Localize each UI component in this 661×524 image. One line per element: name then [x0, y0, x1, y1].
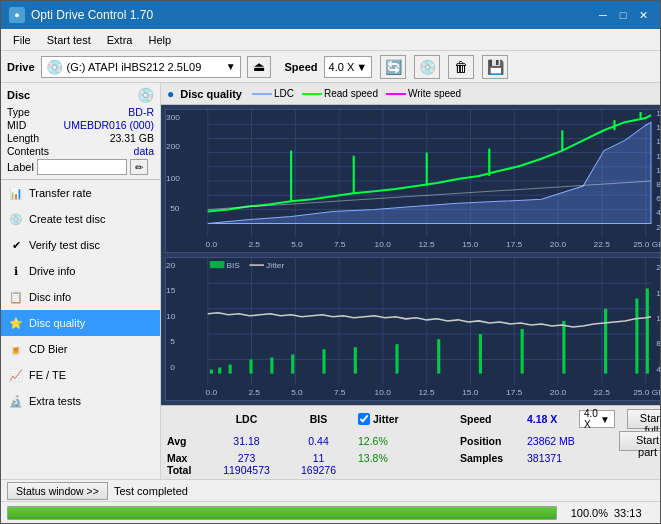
start-full-button[interactable]: Start full [627, 409, 660, 429]
svg-text:25.0 GB: 25.0 GB [633, 240, 660, 249]
disc-panel-title: Disc [7, 89, 30, 101]
label-edit-button[interactable]: ✏ [130, 159, 148, 175]
length-key: Length [7, 132, 39, 144]
nav-extra-tests-label: Extra tests [29, 395, 81, 407]
legend-write-label: Write speed [408, 88, 461, 99]
label-key: Label [7, 161, 34, 173]
cd-bier-icon: 🍺 [9, 342, 23, 356]
window-controls: ─ □ ✕ [594, 7, 652, 23]
length-val: 23.31 GB [110, 132, 154, 144]
disc-panel: Disc 💿 Type BD-R MID UMEBDR016 (000) Len… [1, 83, 160, 180]
svg-text:5.0: 5.0 [291, 240, 303, 249]
svg-rect-72 [249, 359, 252, 373]
nav-cd-bier[interactable]: 🍺 CD Bier [1, 336, 160, 362]
minimize-button[interactable]: ─ [594, 7, 612, 23]
save-button[interactable]: 💾 [482, 55, 508, 79]
menu-help[interactable]: Help [140, 32, 179, 48]
ldc-color [252, 93, 272, 95]
svg-text:25.0 GB: 25.0 GB [633, 388, 660, 397]
svg-text:5: 5 [170, 337, 175, 346]
svg-rect-83 [635, 299, 638, 374]
svg-rect-106 [210, 261, 225, 268]
sidebar: Disc 💿 Type BD-R MID UMEBDR016 (000) Len… [1, 83, 161, 479]
svg-text:12.5: 12.5 [418, 240, 435, 249]
stats-speed-selector[interactable]: 4.0 X ▼ [579, 410, 615, 428]
progress-time: 33:13 [614, 507, 654, 519]
max-bis: 11 [291, 452, 346, 464]
menu-extra[interactable]: Extra [99, 32, 141, 48]
legend-write: Write speed [386, 88, 461, 99]
svg-text:22.5: 22.5 [594, 388, 611, 397]
refresh-button[interactable]: 🔄 [380, 55, 406, 79]
menu-starttest[interactable]: Start test [39, 32, 99, 48]
contents-val: data [134, 145, 154, 157]
nav-disc-quality[interactable]: ⭐ Disc quality [1, 310, 160, 336]
svg-rect-80 [521, 329, 524, 374]
type-key: Type [7, 106, 30, 118]
svg-text:7.5: 7.5 [334, 388, 346, 397]
titlebar: ● Opti Drive Control 1.70 ─ □ ✕ [1, 1, 660, 29]
nav-create-test-disc[interactable]: 💿 Create test disc [1, 206, 160, 232]
fe-te-icon: 📈 [9, 368, 23, 382]
svg-text:10×: 10× [656, 166, 660, 175]
avg-jitter: 12.6% [358, 435, 448, 447]
svg-text:14×: 14× [656, 138, 660, 147]
maximize-button[interactable]: □ [614, 7, 632, 23]
disc-quality-icon: ⭐ [9, 316, 23, 330]
stats-footer: LDC BIS Jitter Speed 4.18 X 4.0 X ▼ Star… [161, 405, 660, 479]
status-text: Test completed [114, 485, 654, 497]
nav-verify-test-disc[interactable]: ✔ Verify test disc [1, 232, 160, 258]
mid-key: MID [7, 119, 26, 131]
chart-title: Disc quality [180, 88, 242, 100]
menu-file[interactable]: File [5, 32, 39, 48]
type-val: BD-R [128, 106, 154, 118]
eject-button[interactable]: ⏏ [247, 56, 271, 78]
bottom-chart-svg: 20 15 10 5 0 20% 16% 12% 8% 4% 0.0 2.5 [166, 258, 660, 400]
disc-button[interactable]: 💿 [414, 55, 440, 79]
label-input[interactable] [37, 159, 127, 175]
top-chart: 18× 16× 14× 12× 10× 8× 6× 4× 2× 300 200 … [165, 109, 660, 253]
drive-selector[interactable]: 💿 (G:) ATAPI iHBS212 2.5L09 ▼ [41, 56, 241, 78]
transfer-rate-icon: 📊 [9, 186, 23, 200]
speed-label: Speed [285, 61, 318, 73]
drive-info-icon: ℹ [9, 264, 23, 278]
jitter-checkbox[interactable] [358, 413, 370, 425]
nav-disc-info-label: Disc info [29, 291, 71, 303]
bottom-chart: 20 15 10 5 0 20% 16% 12% 8% 4% 0.0 2.5 [165, 257, 660, 401]
svg-rect-77 [395, 344, 398, 373]
legend-read: Read speed [302, 88, 378, 99]
speed-selector[interactable]: 4.0 X ▼ [324, 56, 373, 78]
erase-button[interactable]: 🗑 [448, 55, 474, 79]
svg-rect-70 [218, 368, 221, 374]
svg-text:20%: 20% [656, 263, 660, 272]
charts-container: 18× 16× 14× 12× 10× 8× 6× 4× 2× 300 200 … [161, 105, 660, 405]
nav-extra-tests[interactable]: 🔬 Extra tests [1, 388, 160, 414]
svg-rect-76 [354, 347, 357, 373]
total-ldc: 11904573 [214, 464, 279, 476]
nav-fe-te[interactable]: 📈 FE / TE [1, 362, 160, 388]
speed-dropdown-arrow[interactable]: ▼ [356, 61, 367, 73]
status-window-button[interactable]: Status window >> [7, 482, 108, 500]
statusbar: Status window >> Test completed [1, 479, 660, 501]
nav-transfer-rate[interactable]: 📊 Transfer rate [1, 180, 160, 206]
speed-col-header: Speed [460, 413, 515, 425]
svg-text:16%: 16% [656, 289, 660, 298]
nav-drive-info[interactable]: ℹ Drive info [1, 258, 160, 284]
drive-dropdown-arrow[interactable]: ▼ [226, 61, 236, 72]
drive-label: Drive [7, 61, 35, 73]
svg-text:100: 100 [166, 174, 180, 183]
nav-fe-te-label: FE / TE [29, 369, 66, 381]
svg-text:20: 20 [166, 261, 176, 270]
stats-speed-dropdown[interactable]: ▼ [600, 414, 610, 425]
svg-text:10.0: 10.0 [375, 388, 392, 397]
svg-text:0.0: 0.0 [206, 240, 218, 249]
svg-text:17.5: 17.5 [506, 240, 523, 249]
menubar: File Start test Extra Help [1, 29, 660, 51]
start-part-button[interactable]: Start part [619, 431, 660, 451]
close-button[interactable]: ✕ [634, 7, 652, 23]
nav-disc-info[interactable]: 📋 Disc info [1, 284, 160, 310]
svg-text:17.5: 17.5 [506, 388, 523, 397]
svg-text:2.5: 2.5 [248, 240, 260, 249]
svg-text:200: 200 [166, 142, 180, 151]
svg-text:20.0: 20.0 [550, 240, 567, 249]
